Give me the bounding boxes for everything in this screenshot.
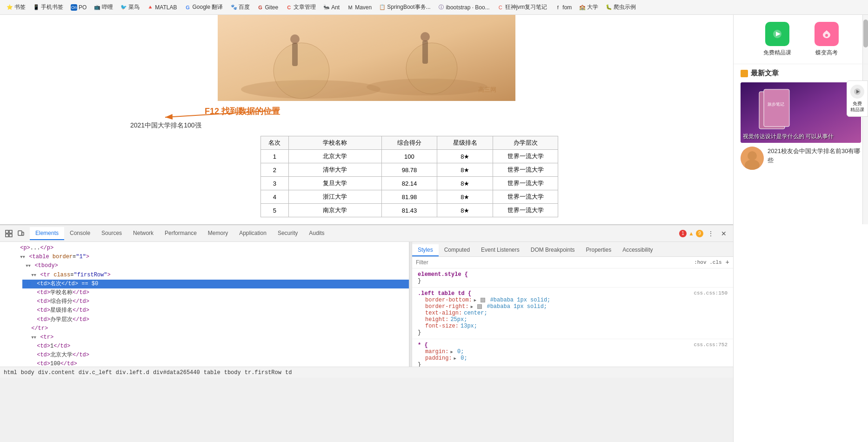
inspector-button[interactable] <box>4 228 14 239</box>
bookmark-article[interactable]: C 文章管理 <box>283 2 319 12</box>
article-2-row[interactable]: 2021校友会中国大学排名前30有哪些 <box>741 147 861 170</box>
table-row: 2清华大学98.788★世界一流大学 <box>261 163 558 177</box>
table-cell: 清华大学 <box>288 163 381 177</box>
article-caption: 视觉传达设计是学什么的 可以从事什 <box>743 133 834 140</box>
bookmark-mobile[interactable]: 📱 手机书签 <box>30 2 66 12</box>
bookmark-bilibili[interactable]: 📺 哔哩 <box>91 2 116 12</box>
free-course-icon[interactable]: 免费精品课 <box>763 22 791 57</box>
gaokao-icon[interactable]: 蝶变高考 <box>815 22 839 57</box>
table-cell: 北京大学 <box>288 150 381 163</box>
tab-performance[interactable]: Performance <box>159 227 202 240</box>
styles-filter-input[interactable] <box>416 259 690 266</box>
right-sidebar: 免费精品课 蝶变高考 最新文章 <box>733 15 868 442</box>
breadcrumb-div-content[interactable]: div.content <box>38 369 75 376</box>
styles-tab-dom-breakpoints[interactable]: DOM Breakpoints <box>525 244 581 256</box>
bookmark-baidu[interactable]: 🐾 百度 <box>228 2 253 12</box>
css-prop-padding: padding: ▶ 0; <box>418 355 728 362</box>
styles-tab-event-listeners[interactable]: Event Listeners <box>475 244 525 256</box>
dom-line-td-beijing[interactable]: <td>北京大学</td> <box>22 351 409 360</box>
breadcrumb-td[interactable]: td <box>285 369 292 376</box>
bookmark-gitee[interactable]: G Gitee <box>254 3 281 12</box>
tab-elements[interactable]: Elements <box>30 227 64 240</box>
color-swatch-border-right[interactable] <box>477 304 482 309</box>
breadcrumb-body[interactable]: body <box>21 369 34 376</box>
tab-console[interactable]: Console <box>64 227 96 240</box>
tab-network[interactable]: Network <box>127 227 159 240</box>
article-2-title: 2021校友会中国大学排名前30有哪些 <box>768 147 860 164</box>
dom-line-td-star[interactable]: <td>星级排名</td> <box>22 306 409 315</box>
bookmark-translate[interactable]: G Google 翻译 <box>181 2 226 12</box>
css-file-link-2[interactable]: css.css:752 <box>694 342 728 348</box>
university-table: 名次 学校名称 综合得分 星级排名 办学层次 1北京大学1008★世界一流大学2… <box>260 136 558 217</box>
dom-line-td-rank[interactable]: :: <td>名次</td> == $0 <box>22 280 409 288</box>
tab-sources[interactable]: Sources <box>96 227 127 240</box>
styles-tab-styles[interactable]: Styles <box>412 244 439 256</box>
spider-icon: 🐛 <box>606 4 612 11</box>
dom-line-td-score[interactable]: <td>综合得分</td> <box>22 297 409 306</box>
article-image[interactable]: 旅步笔记 视觉传达设计是学什么的 可以从事什 <box>741 82 861 143</box>
dom-panel[interactable]: <p>...</p> ▼ <table border="1"> ▼ <tbody… <box>0 242 409 367</box>
dom-line-tr-2[interactable]: ▼ <tr> <box>17 333 409 342</box>
bookmark-bookmarks[interactable]: ⭐ 书签 <box>4 2 28 12</box>
th-name: 学校名称 <box>288 136 381 150</box>
more-options-button[interactable]: ⋮ <box>705 228 716 239</box>
bookmark-maven[interactable]: M Maven <box>344 3 374 12</box>
device-toggle-button[interactable] <box>16 228 26 239</box>
bookmark-runoob[interactable]: 🐦 菜鸟 <box>118 2 142 12</box>
matlab-icon: 🔺 <box>147 4 154 11</box>
breadcrumb-div-data[interactable]: div#data265440 <box>153 369 200 376</box>
bookmark-university[interactable]: 🏫 大学 <box>576 2 601 12</box>
bookmark-ibootstrap[interactable]: ⓘ ibootstrap · Boo... <box>435 3 493 12</box>
annotation-container: F12 找到数据的位置 <box>0 101 733 119</box>
gaokao-label: 蝶变高考 <box>815 49 838 57</box>
star-icon: ⭐ <box>7 4 13 11</box>
dom-line-tbody[interactable]: ▼ <tbody> <box>11 261 409 270</box>
bookmark-spider[interactable]: 🐛 爬虫示例 <box>603 2 639 12</box>
styles-tab-accessibility[interactable]: Accessibility <box>617 244 658 256</box>
free-course-label: 免费精品课 <box>763 49 791 57</box>
css-file-link-1[interactable]: css.css:150 <box>694 290 728 297</box>
styles-tab-properties[interactable]: Properties <box>580 244 617 256</box>
bookmark-springboot[interactable]: 📋 SpringBoot事务... <box>376 2 433 12</box>
bookmark-fom[interactable]: f fom <box>552 3 574 12</box>
tab-security[interactable]: Security <box>272 227 303 240</box>
table-container: 名次 学校名称 综合得分 星级排名 办学层次 1北京大学1008★世界一流大学2… <box>0 136 733 217</box>
tab-memory[interactable]: Memory <box>202 227 234 240</box>
devtools-panel: Elements Console Sources Network Perform… <box>0 224 733 378</box>
add-style-button[interactable]: + <box>726 259 729 266</box>
css-prop-margin: margin: ▶ 0; <box>418 348 728 355</box>
breadcrumb-tbody[interactable]: tbody <box>224 369 241 376</box>
breadcrumb-div-leftd[interactable]: div.left.d <box>116 369 149 376</box>
dom-line-td-level[interactable]: <td>办学层次</td> <box>22 315 409 324</box>
dom-line-td-name[interactable]: <td>学校名称</td> <box>22 288 409 297</box>
breadcrumb-table[interactable]: table <box>204 369 220 376</box>
dom-line-tr-close[interactable]: </tr> <box>17 324 409 333</box>
pseudo-filter-button[interactable]: :hov .cls <box>694 260 721 265</box>
free-class-circle <box>850 85 864 99</box>
dom-line-td-1[interactable]: <td>1</td> <box>22 342 409 351</box>
close-devtools-button[interactable]: ✕ <box>718 228 729 239</box>
bookmark-ant[interactable]: 🐜 Ant <box>320 3 342 12</box>
baidu-icon: 🐾 <box>231 4 237 11</box>
breadcrumb-html[interactable]: html <box>4 369 17 376</box>
svg-line-11 <box>165 110 279 117</box>
dom-line-table[interactable]: ▼ <table border="1"> <box>6 253 409 261</box>
tab-audits[interactable]: Audits <box>303 227 330 240</box>
th-star: 星级排名 <box>437 136 493 150</box>
free-class-btn[interactable]: 免费精品课 <box>847 80 868 117</box>
bookmark-po[interactable]: On PO <box>68 3 89 12</box>
breadcrumb-tr-firstrow[interactable]: tr.firstRow <box>245 369 281 376</box>
breadcrumb-div-cleft[interactable]: div.c_left <box>79 369 112 376</box>
styles-tab-computed[interactable]: Computed <box>439 244 475 256</box>
dom-line-tr-firstrow[interactable]: ▼ <tr class="firstRow"> <box>17 271 409 280</box>
css-rule-star: * { css.css:752 margin: ▶ 0; padding: <box>412 339 733 367</box>
dom-line-p[interactable]: <p>...</p> <box>6 244 409 253</box>
dom-line-td-100[interactable]: <td>100</td> <box>22 360 409 367</box>
color-swatch-border-bottom[interactable] <box>481 298 485 302</box>
bookmark-jvm[interactable]: C 狂神jvm复习笔记 <box>494 2 550 12</box>
bookmark-matlab[interactable]: 🔺 MATLAB <box>144 3 180 12</box>
css-prop-font-size: font-size: 13px; <box>418 323 728 329</box>
table-row: 5南京大学81.438★世界一流大学 <box>261 204 558 217</box>
bilibili-icon: 📺 <box>94 4 100 11</box>
tab-application[interactable]: Application <box>234 227 272 240</box>
